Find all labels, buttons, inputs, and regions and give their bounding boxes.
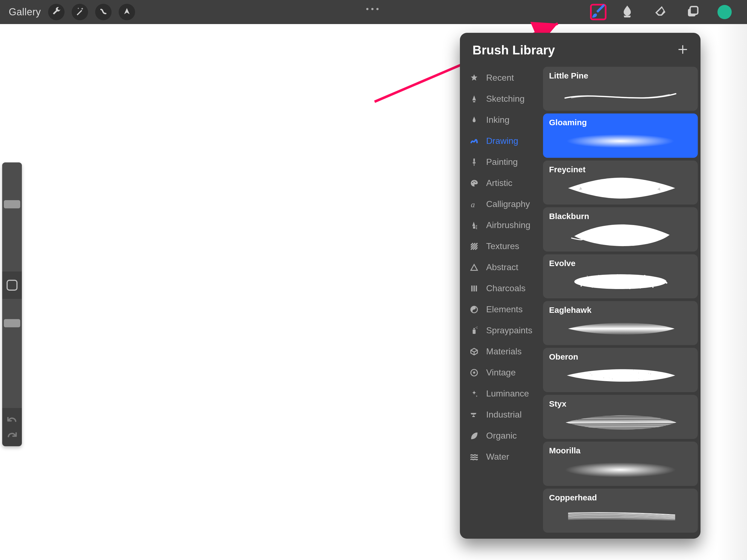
category-charcoals[interactable]: Charcoals bbox=[460, 278, 541, 299]
brush-copperhead[interactable]: Copperhead bbox=[543, 489, 698, 533]
transform-button[interactable] bbox=[119, 4, 135, 20]
svg-point-36 bbox=[625, 281, 627, 283]
svg-text:a: a bbox=[471, 200, 475, 208]
brush-oberon[interactable]: Oberon bbox=[543, 348, 698, 392]
svg-point-32 bbox=[652, 287, 653, 288]
selection-button[interactable] bbox=[95, 4, 111, 20]
opacity-handle[interactable] bbox=[4, 319, 20, 327]
category-label: Painting bbox=[486, 157, 518, 167]
brush-name: Gloaming bbox=[549, 118, 692, 127]
svg-point-49 bbox=[618, 282, 619, 283]
brush-evolve[interactable]: Evolve bbox=[543, 254, 698, 298]
adjustments-button[interactable] bbox=[72, 4, 88, 20]
svg-rect-1 bbox=[690, 6, 698, 14]
color-button[interactable] bbox=[718, 5, 732, 19]
category-materials[interactable]: Materials bbox=[460, 341, 541, 362]
pencil-tip-icon bbox=[469, 94, 479, 104]
svg-point-64 bbox=[659, 281, 661, 283]
category-calligraphy[interactable]: aCalligraphy bbox=[460, 194, 541, 215]
svg-point-100 bbox=[619, 373, 620, 373]
category-artistic[interactable]: Artistic bbox=[460, 173, 541, 194]
brush-little-pine[interactable]: Little Pine bbox=[543, 67, 698, 111]
brush-size-slider[interactable] bbox=[2, 162, 22, 272]
category-abstract[interactable]: Abstract bbox=[460, 257, 541, 278]
brush-category-list[interactable]: RecentSketchingInkingDrawingPaintingArti… bbox=[460, 65, 541, 539]
actions-button[interactable] bbox=[48, 4, 65, 20]
eraser-tool-button[interactable] bbox=[652, 4, 668, 20]
modify-handle[interactable]: ••• bbox=[366, 4, 381, 14]
svg-point-22 bbox=[619, 279, 620, 281]
svg-point-5 bbox=[473, 181, 475, 182]
svg-point-62 bbox=[601, 282, 602, 284]
palette-icon bbox=[469, 178, 479, 188]
brush-list[interactable]: Little PineGloamingFreycinetBlackburnEvo… bbox=[541, 65, 700, 539]
nib-icon bbox=[469, 115, 479, 125]
category-vintage[interactable]: Vintage bbox=[460, 362, 541, 383]
svg-point-26 bbox=[601, 278, 602, 279]
brush-stroke-preview bbox=[549, 127, 692, 155]
add-brush-button[interactable] bbox=[676, 43, 690, 57]
brush-gloaming[interactable]: Gloaming bbox=[543, 113, 698, 157]
svg-point-80 bbox=[636, 372, 636, 372]
redo-button[interactable] bbox=[6, 431, 18, 439]
modify-button[interactable] bbox=[2, 272, 22, 299]
opacity-slider[interactable] bbox=[2, 299, 22, 408]
category-label: Textures bbox=[486, 241, 519, 251]
category-sketching[interactable]: Sketching bbox=[460, 88, 541, 109]
brush-styx[interactable]: Styx bbox=[543, 395, 698, 439]
brush-library-title: Brush Library bbox=[472, 43, 555, 57]
brush-name: Oberon bbox=[549, 352, 692, 361]
brush-tool-button[interactable] bbox=[590, 4, 607, 20]
gallery-button[interactable]: Gallery bbox=[9, 6, 41, 18]
category-industrial[interactable]: Industrial bbox=[460, 404, 541, 425]
svg-point-93 bbox=[620, 371, 620, 371]
smudge-tool-button[interactable] bbox=[619, 4, 636, 20]
svg-point-110 bbox=[591, 380, 591, 381]
svg-point-28 bbox=[644, 275, 646, 277]
category-drawing[interactable]: Drawing bbox=[460, 130, 541, 152]
brush-size-handle[interactable] bbox=[4, 200, 20, 208]
brush-moorilla[interactable]: Moorilla bbox=[543, 441, 698, 486]
svg-point-35 bbox=[581, 278, 583, 280]
waves-icon bbox=[469, 452, 479, 462]
category-painting[interactable]: Painting bbox=[460, 152, 541, 173]
brush-name: Moorilla bbox=[549, 446, 692, 455]
brush-freycinet[interactable]: Freycinet bbox=[543, 160, 698, 205]
category-luminance[interactable]: Luminance bbox=[460, 383, 541, 404]
category-label: Recent bbox=[486, 73, 514, 83]
svg-point-88 bbox=[579, 380, 580, 380]
category-organic[interactable]: Organic bbox=[460, 425, 541, 446]
brush-stroke-preview bbox=[549, 408, 692, 436]
paint-brush-icon bbox=[469, 157, 479, 167]
svg-point-94 bbox=[593, 380, 593, 380]
scribble-icon bbox=[469, 136, 479, 146]
category-airbrushing[interactable]: Airbrushing bbox=[460, 215, 541, 236]
svg-point-67 bbox=[647, 286, 648, 287]
svg-point-65 bbox=[595, 282, 596, 282]
s-curve-icon bbox=[99, 7, 107, 17]
smudge-icon bbox=[620, 4, 634, 20]
brush-name: Freycinet bbox=[549, 165, 692, 174]
category-spraypaints[interactable]: Spraypaints bbox=[460, 320, 541, 341]
category-label: Inking bbox=[486, 115, 509, 125]
svg-point-55 bbox=[604, 282, 606, 283]
svg-point-83 bbox=[603, 377, 604, 378]
square-icon bbox=[6, 280, 18, 291]
svg-point-72 bbox=[654, 370, 655, 371]
category-recent[interactable]: Recent bbox=[460, 67, 541, 88]
category-elements[interactable]: Elements bbox=[460, 299, 541, 320]
brush-name: Styx bbox=[549, 399, 692, 408]
svg-point-54 bbox=[637, 284, 639, 285]
svg-point-56 bbox=[587, 276, 587, 276]
category-inking[interactable]: Inking bbox=[460, 109, 541, 130]
svg-point-52 bbox=[613, 276, 615, 279]
category-textures[interactable]: Textures bbox=[460, 236, 541, 257]
brush-icon bbox=[590, 3, 607, 21]
svg-point-3 bbox=[473, 120, 474, 121]
brush-blackburn[interactable]: Blackburn bbox=[543, 207, 698, 251]
brush-eaglehawk[interactable]: Eaglehawk bbox=[543, 301, 698, 345]
layers-button[interactable] bbox=[685, 4, 701, 20]
category-water[interactable]: Water bbox=[460, 446, 541, 467]
undo-button[interactable] bbox=[6, 416, 18, 423]
svg-point-39 bbox=[598, 275, 599, 276]
